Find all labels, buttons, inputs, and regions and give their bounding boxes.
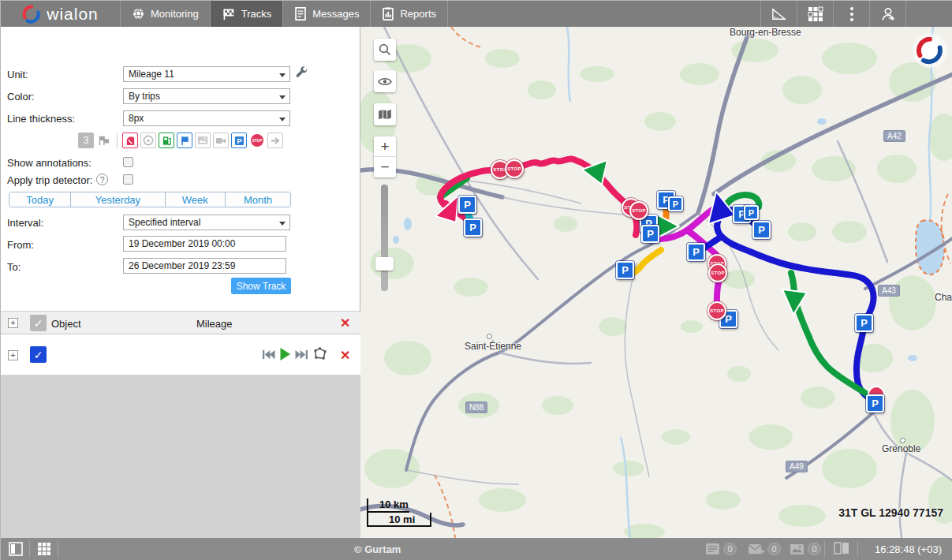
city-dot xyxy=(487,334,492,339)
range-yesterday-button[interactable]: Yesterday xyxy=(71,192,165,207)
playback-play-button[interactable] xyxy=(279,347,291,361)
tab-tracks[interactable]: Tracks xyxy=(211,1,284,27)
playback-fast-forward-button[interactable] xyxy=(295,349,308,360)
road-badge-n88: N88 xyxy=(465,401,487,413)
to-date-input[interactable] xyxy=(123,258,286,274)
eye-icon xyxy=(378,77,392,87)
user-icon xyxy=(880,6,896,22)
video-marker-toggle[interactable] xyxy=(213,133,229,148)
interval-select[interactable]: Specified interval xyxy=(123,215,290,230)
unit-select[interactable]: Mileage 11 xyxy=(123,66,290,82)
track-polygon-button[interactable] xyxy=(312,346,327,361)
column-mileage: Mileage xyxy=(196,318,233,330)
photo-marker-toggle[interactable] xyxy=(195,133,211,148)
checkered-flag-icon xyxy=(222,8,236,21)
city-label-chambery-cut: Cha xyxy=(935,292,952,303)
events-circle-marker-toggle[interactable] xyxy=(140,133,156,148)
mail-icon xyxy=(748,543,764,555)
line-thickness-label: Line thickness: xyxy=(7,113,75,125)
flag-marker-toggle[interactable] xyxy=(177,133,192,148)
zoom-in-button[interactable]: + xyxy=(374,136,396,157)
trip-detector-checkbox[interactable] xyxy=(123,174,133,185)
main-tabs: Monitoring Tracks Messages xyxy=(121,1,448,27)
road-badge-a42: A42 xyxy=(883,130,905,142)
expand-row-button[interactable]: + xyxy=(8,350,18,360)
wialon-swirl-icon xyxy=(916,36,944,65)
statusbar-divider xyxy=(824,541,825,558)
stop-marker[interactable]: STOP xyxy=(505,159,524,178)
remove-all-tracks-button[interactable]: ✕ xyxy=(340,317,350,330)
wialon-map-watermark xyxy=(913,33,947,68)
remove-track-button[interactable]: ✕ xyxy=(340,349,350,362)
tab-monitoring[interactable]: Monitoring xyxy=(121,1,211,27)
trip-detector-help-icon[interactable]: ? xyxy=(96,174,108,185)
more-menu-button[interactable] xyxy=(833,1,869,27)
user-account-button[interactable] xyxy=(869,1,905,27)
parking-marker[interactable]: P xyxy=(744,205,759,220)
messages-counter[interactable]: 0 xyxy=(705,543,737,555)
map-canvas[interactable]: + − Bourg-en-Bresse Saint-Étienne Grenob… xyxy=(360,27,952,538)
range-month-button[interactable]: Month xyxy=(226,192,290,207)
show-annotations-label: Show annotations: xyxy=(7,157,91,169)
media-counter[interactable]: 0 xyxy=(790,543,821,555)
parking-marker-toggle[interactable]: P xyxy=(231,133,247,148)
map-layers-button[interactable] xyxy=(374,103,396,125)
tab-label: Tracks xyxy=(241,8,272,20)
group-markers-count[interactable]: 3 xyxy=(78,133,94,148)
zoom-slider-track[interactable] xyxy=(381,185,388,291)
mail-count: 0 xyxy=(767,543,781,555)
unit-value: Mileage 11 xyxy=(129,69,174,80)
image-icon xyxy=(790,543,805,555)
zoom-out-button[interactable]: − xyxy=(374,157,396,177)
toggle-panel-button[interactable] xyxy=(9,542,23,556)
tab-label: Monitoring xyxy=(151,8,199,20)
layout-toggle-button[interactable] xyxy=(834,542,849,554)
select-all-checkbox[interactable]: ✓ xyxy=(30,315,47,331)
road-badge-a43: A43 xyxy=(878,285,900,297)
city-label-bourg-en-bresse: Bourg-en-Bresse xyxy=(730,27,801,38)
expand-all-button[interactable]: + xyxy=(8,318,18,328)
parking-marker[interactable]: P xyxy=(616,261,634,279)
show-track-button[interactable]: Show Track xyxy=(231,278,291,294)
parking-marker[interactable]: P xyxy=(855,314,873,332)
range-week-button[interactable]: Week xyxy=(166,192,226,207)
measure-tool-button[interactable] xyxy=(760,1,797,27)
show-annotations-checkbox[interactable] xyxy=(123,157,133,167)
stop-marker-toggle[interactable]: STOP xyxy=(249,133,265,148)
map-search-button[interactable] xyxy=(374,39,396,61)
stop-marker[interactable]: STOP xyxy=(707,301,726,320)
column-object: Object xyxy=(51,318,81,330)
parking-marker[interactable]: P xyxy=(866,394,884,413)
unit-properties-wrench-icon[interactable] xyxy=(295,66,309,80)
media-count: 0 xyxy=(808,543,821,555)
parking-marker[interactable]: P xyxy=(464,218,482,237)
map-visibility-button[interactable] xyxy=(374,70,396,92)
parking-marker[interactable]: P xyxy=(668,196,683,211)
mail-counter[interactable]: 0 xyxy=(748,543,781,555)
arrow-marker-toggle[interactable] xyxy=(267,133,283,148)
bottom-apps-button[interactable] xyxy=(37,542,51,556)
svg-text:STOP: STOP xyxy=(252,139,262,143)
tab-messages[interactable]: Messages xyxy=(283,1,371,27)
fuel-station-marker-toggle[interactable] xyxy=(159,133,174,148)
line-thickness-select[interactable]: 8px xyxy=(123,110,290,126)
zoom-slider-handle[interactable] xyxy=(375,257,394,271)
range-today-button[interactable]: Today xyxy=(9,192,71,207)
track-visible-checkbox[interactable]: ✓ xyxy=(30,346,47,363)
tab-reports[interactable]: Reports xyxy=(371,1,448,27)
apps-menu-button[interactable] xyxy=(797,1,833,27)
parking-marker[interactable]: P xyxy=(687,243,705,261)
thickness-value: 8px xyxy=(129,113,144,124)
stop-marker[interactable]: STOP xyxy=(629,201,648,220)
playback-rewind-button[interactable] xyxy=(262,349,275,360)
from-date-input[interactable] xyxy=(123,236,286,252)
search-icon xyxy=(379,43,391,56)
globe-icon xyxy=(132,7,145,21)
parking-marker[interactable]: P xyxy=(458,196,476,214)
stop-marker[interactable]: STOP xyxy=(708,263,727,282)
parking-marker[interactable]: P xyxy=(752,221,771,239)
color-select[interactable]: By trips xyxy=(123,88,290,104)
parking-marker[interactable]: P xyxy=(641,225,659,243)
group-flags-icon[interactable] xyxy=(96,133,112,148)
fuel-can-marker-toggle[interactable] xyxy=(122,133,138,148)
